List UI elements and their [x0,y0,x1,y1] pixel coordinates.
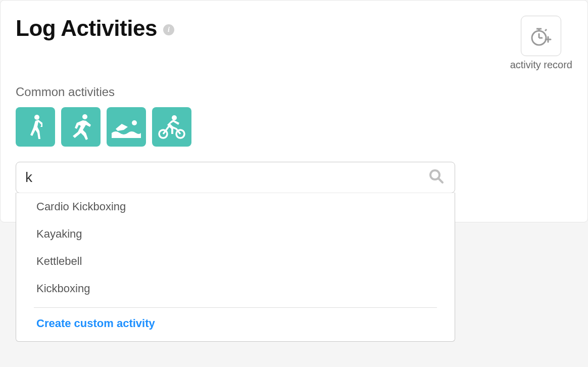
info-icon[interactable]: i [163,24,174,35]
page-title: Log Activities [16,16,157,41]
suggestion-item[interactable]: Kayaking [16,220,455,248]
svg-line-5 [545,29,547,31]
activity-record-button[interactable]: activity record [510,16,572,71]
stopwatch-plus-icon [529,24,553,48]
svg-line-15 [438,178,443,182]
activity-record-label: activity record [510,59,572,71]
activity-tile-swim[interactable] [107,107,146,147]
suggestions-dropdown: Cardio Kickboxing Kayaking Kettlebell Ki… [16,193,455,342]
activity-record-tile[interactable] [521,16,561,56]
svg-point-9 [82,114,87,119]
svg-point-10 [132,120,137,125]
activity-tile-bike[interactable] [152,107,191,147]
header-row: Log Activities i [16,16,572,71]
dropdown-divider [34,307,437,308]
run-icon [68,113,94,141]
svg-point-8 [34,115,39,120]
suggestion-item[interactable]: Cardio Kickboxing [16,193,455,220]
common-activities-heading: Common activities [16,85,572,99]
activity-tile-run[interactable] [61,107,101,147]
walk-icon [23,113,47,141]
suggestion-item[interactable]: Kickboxing [16,275,455,302]
swim-icon [111,115,142,139]
activity-tile-walk[interactable] [16,107,55,147]
search-icon[interactable] [428,168,445,187]
search-input[interactable] [25,169,428,186]
search-wrap: Cardio Kickboxing Kayaking Kettlebell Ki… [16,162,455,193]
search-box[interactable] [16,162,455,193]
common-activities-row [16,107,572,147]
svg-point-11 [172,115,177,120]
bike-icon [156,114,187,140]
log-activities-panel: Log Activities i [0,0,588,222]
suggestion-item[interactable]: Kettlebell [16,248,455,275]
create-custom-activity-link[interactable]: Create custom activity [16,310,455,337]
title-wrap: Log Activities i [16,16,174,41]
